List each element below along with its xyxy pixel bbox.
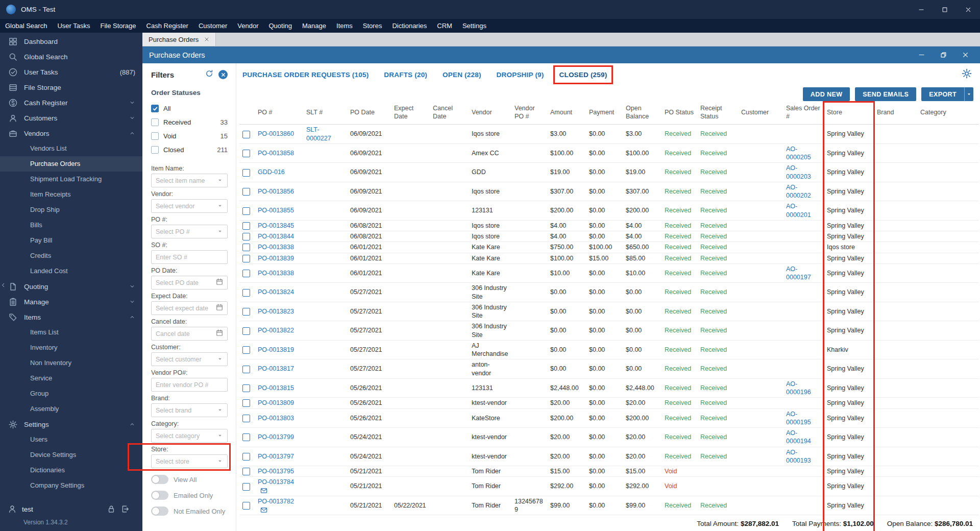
mdi-tab-purchase-orders[interactable]: Purchase Orders bbox=[142, 33, 216, 46]
col-po_status[interactable]: PO Status bbox=[662, 103, 697, 125]
sidebar-item-vendors-list[interactable]: Vendors List bbox=[0, 141, 142, 156]
window-minimize-icon[interactable] bbox=[918, 52, 925, 58]
close-button[interactable] bbox=[957, 0, 980, 19]
clear-filters-icon[interactable] bbox=[218, 70, 228, 79]
maximize-button[interactable] bbox=[933, 0, 957, 19]
row-checkbox[interactable] bbox=[242, 327, 250, 335]
col-slt[interactable]: SLT # bbox=[303, 103, 347, 125]
grid-settings-gear-icon[interactable] bbox=[962, 68, 972, 81]
tab-purchase-order-requests-105[interactable]: PURCHASE ORDER REQUESTS (105) bbox=[242, 71, 369, 79]
col-store[interactable]: Store bbox=[824, 103, 874, 125]
row-checkbox[interactable] bbox=[242, 308, 250, 316]
po-link[interactable]: PO-0013824 bbox=[258, 288, 294, 296]
row-checkbox[interactable] bbox=[242, 453, 250, 461]
menu-item-settings[interactable]: Settings bbox=[457, 19, 492, 33]
export-button[interactable]: EXPORT bbox=[921, 87, 964, 101]
sidebar-item-pay-bill[interactable]: Pay Bill bbox=[0, 233, 142, 248]
sidebar-item-manage[interactable]: Manage bbox=[0, 294, 142, 309]
sidebar-item-purchase-orders[interactable]: Purchase Orders bbox=[0, 156, 142, 172]
col-receipt_status[interactable]: Receipt Status bbox=[697, 103, 738, 125]
sidebar-item-item-receipts[interactable]: Item Receipts bbox=[0, 187, 142, 202]
filter-input-brand[interactable]: Select brand bbox=[151, 403, 228, 417]
sales-order-link[interactable]: AO-0000193 bbox=[786, 449, 811, 464]
po-link[interactable]: PO-0013844 bbox=[258, 233, 294, 240]
col-expect_date[interactable]: Expect Date bbox=[391, 103, 430, 125]
filter-input-store[interactable]: Select store bbox=[151, 454, 228, 468]
menu-item-user-tasks[interactable]: User Tasks bbox=[52, 19, 95, 33]
col-cancel_date[interactable]: Cancel Date bbox=[430, 103, 469, 125]
col-po[interactable]: PO # bbox=[255, 103, 303, 125]
toggle-switch[interactable] bbox=[151, 506, 168, 516]
menu-item-customer[interactable]: Customer bbox=[193, 19, 232, 33]
row-checkbox[interactable] bbox=[242, 255, 250, 262]
export-dropdown-icon[interactable] bbox=[964, 87, 973, 101]
row-checkbox[interactable] bbox=[242, 207, 250, 215]
slt-link[interactable]: SLT-0000227 bbox=[306, 126, 331, 141]
row-checkbox[interactable] bbox=[242, 384, 250, 392]
tab-open-228[interactable]: OPEN (228) bbox=[443, 71, 481, 79]
checkbox-all[interactable] bbox=[151, 105, 159, 112]
col-brand[interactable]: Brand bbox=[874, 103, 917, 125]
row-checkbox[interactable] bbox=[242, 502, 250, 510]
row-checkbox[interactable] bbox=[242, 433, 250, 441]
row-checkbox[interactable] bbox=[242, 270, 250, 277]
po-link[interactable]: PO-0013819 bbox=[258, 346, 294, 353]
row-checkbox[interactable] bbox=[242, 483, 250, 491]
menu-item-file-storage[interactable]: File Storage bbox=[95, 19, 141, 33]
sales-order-link[interactable]: AO-0000196 bbox=[786, 380, 811, 396]
menu-item-quoting[interactable]: Quoting bbox=[263, 19, 297, 33]
sidebar-item-group[interactable]: Group bbox=[0, 386, 142, 401]
tab-drafts-20[interactable]: DRAFTS (20) bbox=[384, 71, 427, 79]
filter-input-cancel-date[interactable]: Cancel date bbox=[151, 327, 228, 341]
filter-input-po-date[interactable]: Select PO date bbox=[151, 276, 228, 289]
po-link[interactable]: PO-0013784 bbox=[258, 478, 294, 486]
row-checkbox[interactable] bbox=[242, 244, 250, 251]
filter-input-category[interactable]: Select category bbox=[151, 429, 228, 443]
po-link[interactable]: GDD-016 bbox=[258, 168, 285, 176]
sidebar-item-bills[interactable]: Bills bbox=[0, 218, 142, 233]
sidebar-item-credits[interactable]: Credits bbox=[0, 248, 142, 263]
menu-item-items[interactable]: Items bbox=[331, 19, 358, 33]
row-checkbox[interactable] bbox=[242, 289, 250, 297]
col-vendor[interactable]: Vendor bbox=[469, 103, 511, 125]
sidebar-item-drop-ship[interactable]: Drop Ship bbox=[0, 202, 142, 218]
sidebar-item-file-storage[interactable]: File Storage bbox=[0, 80, 142, 95]
po-link[interactable]: PO-0013858 bbox=[258, 150, 294, 157]
sidebar-item-quoting[interactable]: Quoting bbox=[0, 279, 142, 294]
sales-order-link[interactable]: AO-0000195 bbox=[786, 411, 811, 426]
po-link[interactable]: PO-0013860 bbox=[258, 130, 294, 137]
sidebar-item-dashboard[interactable]: Dashboard bbox=[0, 34, 142, 49]
menu-item-crm[interactable]: CRM bbox=[432, 19, 457, 33]
row-checkbox[interactable] bbox=[242, 131, 250, 138]
row-checkbox[interactable] bbox=[242, 233, 250, 240]
sidebar-item-global-search[interactable]: Global Search bbox=[0, 49, 142, 64]
filter-input-item-name[interactable]: Select item name bbox=[151, 174, 228, 187]
col-open_balance[interactable]: Open Balance bbox=[623, 103, 662, 125]
sales-order-link[interactable]: AO-0000205 bbox=[786, 146, 811, 161]
toggle-not-emailed-only[interactable]: Not Emailed Only bbox=[151, 506, 228, 516]
sidebar-item-users[interactable]: Users bbox=[0, 432, 142, 447]
po-link[interactable]: PO-0013838 bbox=[258, 244, 294, 251]
checkbox-received[interactable] bbox=[151, 118, 159, 126]
menu-item-cash-register[interactable]: Cash Register bbox=[141, 19, 193, 33]
checkbox-void[interactable] bbox=[151, 132, 159, 140]
tab-closed-259[interactable]: CLOSED (259) bbox=[559, 71, 607, 79]
row-checkbox[interactable] bbox=[242, 188, 250, 196]
row-checkbox[interactable] bbox=[242, 150, 250, 157]
row-checkbox[interactable] bbox=[242, 222, 250, 230]
col-category[interactable]: Category bbox=[917, 103, 979, 125]
window-close-icon[interactable] bbox=[962, 52, 969, 58]
po-link[interactable]: PO-0013822 bbox=[258, 327, 294, 334]
row-checkbox[interactable] bbox=[242, 399, 250, 407]
row-checkbox[interactable] bbox=[242, 346, 250, 354]
sidebar-item-cash-register[interactable]: Cash Register bbox=[0, 95, 142, 110]
minimize-button[interactable] bbox=[910, 0, 933, 19]
menu-item-stores[interactable]: Stores bbox=[358, 19, 387, 33]
po-link[interactable]: PO-0013815 bbox=[258, 384, 294, 392]
add-new-button[interactable]: ADD NEW bbox=[803, 87, 850, 101]
filter-input-expect-date[interactable]: Select expect date bbox=[151, 301, 228, 315]
sidebar-item-assembly[interactable]: Assembly bbox=[0, 401, 142, 417]
po-link[interactable]: PO-0013797 bbox=[258, 453, 294, 460]
col-sales_order[interactable]: Sales Order # bbox=[783, 103, 824, 125]
sidebar-item-service[interactable]: Service bbox=[0, 371, 142, 386]
